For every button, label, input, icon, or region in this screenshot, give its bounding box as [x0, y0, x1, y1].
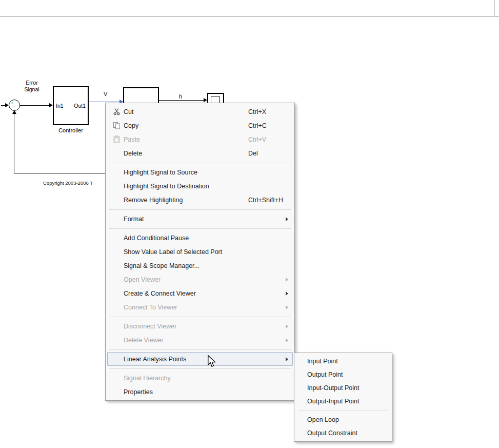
menu-separator: [109, 228, 291, 229]
error-signal-label: Error Signal: [22, 80, 42, 93]
signal-v-label: V: [104, 91, 107, 97]
menu-separator: [298, 411, 388, 411]
scissors-icon: [109, 108, 124, 115]
submenu-arrow-icon: [286, 338, 288, 342]
menu-item-shortcut: Ctrl+V: [248, 136, 266, 143]
menu-item-paste: PasteCtrl+V: [107, 132, 293, 146]
submenu-arrow-icon: [286, 305, 288, 309]
menu-item-label: Linear Analysis Points: [124, 356, 186, 363]
menu-item-remove-highlighting[interactable]: Remove HighlightingCtrl+Shift+H: [107, 193, 293, 207]
controller-input-arrowhead-icon: [49, 103, 53, 107]
menu-item-delete[interactable]: DeleteDel: [107, 146, 293, 160]
menu-item-shortcut: Ctrl+Shift+H: [248, 197, 283, 204]
menu-item-label: Output-Input Point: [307, 398, 359, 405]
menu-item-label: Properties: [124, 388, 153, 396]
paste-icon: [109, 135, 124, 143]
signal-v-line[interactable]: [89, 102, 120, 102]
submenu-arrow-icon: [286, 324, 288, 328]
copyright-annotation: Copyright 2003-2006 T: [43, 180, 93, 186]
menu-separator: [109, 209, 291, 210]
menu-item-highlight-signal-to-source[interactable]: Highlight Signal to Source: [107, 165, 293, 179]
submenu-arrow-icon: [286, 357, 288, 361]
menu-item-create-connect-viewer[interactable]: Create & Connect Viewer: [107, 286, 293, 300]
submenu-arrow-icon: [286, 291, 288, 296]
controller-block[interactable]: In1 Out1: [53, 86, 89, 125]
controller-block-label: Controller: [53, 127, 89, 133]
menu-item-format[interactable]: Format: [107, 212, 293, 226]
menu-separator: [109, 349, 291, 350]
submenu-arrow-icon: [286, 278, 288, 282]
menu-item-label: Input-Output Point: [307, 384, 359, 392]
menu-item-label: Remove Highlighting: [124, 197, 183, 204]
menu-item-properties[interactable]: Properties: [107, 385, 293, 399]
menu-item-label: Show Value Label of Selected Port: [124, 248, 222, 256]
menu-item-open-loop[interactable]: Open Loop: [296, 413, 390, 426]
menu-item-output-point[interactable]: Output Point: [296, 368, 390, 381]
signal-h-line[interactable]: [159, 100, 204, 101]
linear-analysis-submenu: Input PointOutput PointInput-Output Poin…: [294, 353, 392, 442]
controller-in-port-label: In1: [56, 103, 64, 109]
copy-icon: [109, 122, 124, 129]
menu-item-label: Highlight Signal to Source: [124, 169, 197, 176]
menu-item-show-value-label-of-selected-port[interactable]: Show Value Label of Selected Port: [107, 245, 293, 259]
menu-item-copy[interactable]: CopyCtrl+C: [107, 119, 293, 132]
menu-item-output-constraint[interactable]: Output Constraint: [296, 426, 390, 440]
menu-item-delete-viewer: Delete Viewer: [107, 333, 293, 347]
sum-minus-sign: −: [13, 104, 15, 109]
feedback-arrowhead-icon: [12, 110, 16, 114]
menu-item-label: Input Point: [307, 358, 338, 365]
menu-item-linear-analysis-points[interactable]: Linear Analysis Points: [107, 352, 293, 366]
menu-item-shortcut: Ctrl+C: [248, 122, 267, 129]
menu-item-output-input-point[interactable]: Output-Input Point: [296, 395, 390, 408]
menu-item-label: Open Loop: [307, 416, 339, 423]
menu-item-label: Format: [124, 216, 144, 223]
menu-separator: [109, 317, 291, 317]
controller-out-port-label: Out1: [74, 103, 86, 109]
menu-item-label: Open Viewer: [124, 276, 161, 283]
error-signal-label-line1: Error: [22, 80, 42, 86]
scope-input-arrowhead-icon: [204, 98, 207, 102]
menu-item-label: Cut: [124, 108, 133, 115]
menu-item-label: Delete: [124, 150, 142, 157]
mouse-cursor-icon: [207, 355, 216, 367]
menu-item-label: Disconnect Viewer: [124, 323, 176, 330]
menu-item-label: Signal Hierarchy: [124, 375, 171, 382]
menu-separator: [109, 368, 291, 369]
menu-item-signal-hierarchy: Signal Hierarchy: [107, 371, 293, 385]
signal-h-label: h: [179, 93, 182, 100]
menu-item-input-output-point[interactable]: Input-Output Point: [296, 381, 390, 395]
menu-item-label: Highlight Signal to Destination: [124, 183, 209, 190]
menu-item-label: Output Point: [307, 371, 343, 378]
menu-item-shortcut: Ctrl+X: [248, 108, 266, 115]
menu-item-label: Connect To Viewer: [124, 304, 177, 311]
menu-item-signal-scope-manager[interactable]: Signal & Scope Manager...: [107, 259, 293, 272]
sum-block[interactable]: + −: [9, 100, 20, 111]
feedback-line-horizontal[interactable]: [14, 173, 109, 173]
context-menu: CutCtrl+XCopyCtrl+CPasteCtrl+VDeleteDelH…: [105, 103, 295, 401]
menu-item-label: Paste: [124, 136, 140, 143]
menu-item-label: Signal & Scope Manager...: [124, 262, 199, 269]
menu-item-label: Delete Viewer: [124, 337, 164, 344]
submenu-arrow-icon: [286, 217, 288, 221]
menu-item-shortcut: Del: [248, 150, 258, 157]
menu-item-label: Output Constraint: [307, 430, 357, 437]
menu-item-add-conditional-pause[interactable]: Add Conditional Pause: [107, 231, 293, 245]
menu-item-cut[interactable]: CutCtrl+X: [107, 105, 293, 119]
canvas-top-border: [0, 16, 499, 16]
menu-item-open-viewer: Open Viewer: [107, 272, 293, 286]
menu-item-highlight-signal-to-destination[interactable]: Highlight Signal to Destination: [107, 179, 293, 193]
input-arrowhead-icon: [5, 103, 9, 107]
menu-item-connect-to-viewer: Connect To Viewer: [107, 300, 293, 314]
menu-item-disconnect-viewer: Disconnect Viewer: [107, 319, 293, 333]
menu-item-label: Add Conditional Pause: [124, 235, 189, 242]
menu-item-label: Copy: [124, 122, 138, 129]
menu-item-label: Create & Connect Viewer: [124, 290, 196, 297]
canvas-right-border: [494, 0, 494, 16]
menu-separator: [109, 163, 291, 163]
error-signal-label-line2: Signal: [22, 86, 42, 93]
menu-item-input-point[interactable]: Input Point: [296, 355, 390, 368]
feedback-line-vertical[interactable]: [14, 111, 14, 173]
error-signal-line[interactable]: [20, 105, 50, 106]
